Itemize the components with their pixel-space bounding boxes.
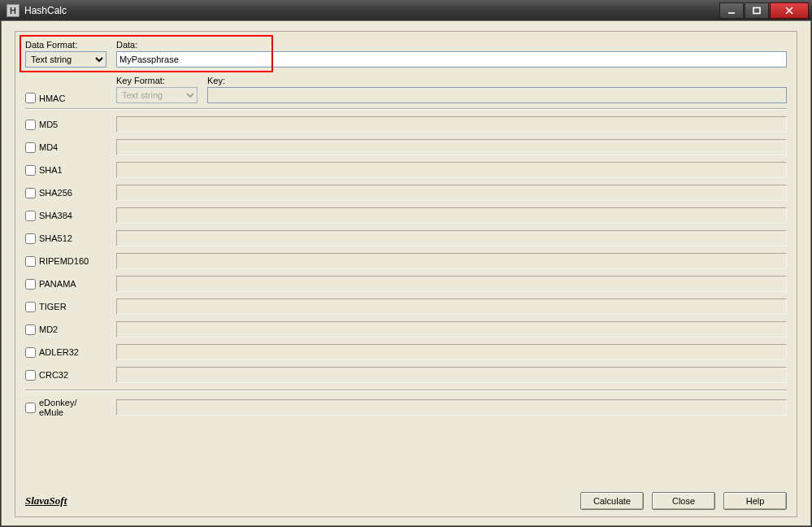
hmac-checkbox[interactable] <box>25 93 36 103</box>
hash-checkbox-md5[interactable] <box>25 120 36 130</box>
hash-label: MD2 <box>39 324 58 334</box>
hash-row: MD5 <box>25 116 787 133</box>
key-format-label: Key Format: <box>116 76 199 85</box>
brand-label[interactable]: SlavaSoft <box>25 494 67 507</box>
hash-output-sha256[interactable] <box>116 185 787 201</box>
hash-row: MD2 <box>25 321 787 338</box>
svg-rect-1 <box>753 7 760 13</box>
help-button[interactable]: Help <box>723 492 787 510</box>
hash-list: MD5MD4SHA1SHA256SHA384SHA512RIPEMD160PAN… <box>25 116 787 383</box>
hash-output-sha1[interactable] <box>116 162 787 178</box>
hash-checkbox-adler32[interactable] <box>25 347 36 358</box>
clos-button[interactable]: Close <box>652 492 715 510</box>
edonkey-label: eDonkey/ eMule <box>39 398 76 417</box>
app-icon: H <box>7 4 20 17</box>
close-icon <box>784 7 794 15</box>
hash-output-md5[interactable] <box>116 116 787 133</box>
key-format-select: Text string <box>116 87 198 103</box>
close-button[interactable] <box>770 2 809 19</box>
hash-output-tiger[interactable] <box>116 298 787 315</box>
minimize-icon <box>727 7 736 15</box>
hash-row: CRC32 <box>25 367 787 383</box>
hash-row: SHA256 <box>25 185 787 201</box>
hash-checkbox-sha384[interactable] <box>25 211 36 221</box>
hash-checkbox-crc32[interactable] <box>25 370 36 381</box>
data-format-label: Data Format: <box>25 40 108 50</box>
hash-row: TIGER <box>25 298 787 315</box>
hash-output-md4[interactable] <box>116 139 787 155</box>
hash-row: SHA512 <box>25 230 787 246</box>
hash-label: SHA512 <box>39 233 72 243</box>
hash-row: PANAMA <box>25 276 787 292</box>
data-input-row: Data Format: Text string Data: <box>25 40 787 68</box>
hash-label: ADLER32 <box>39 347 79 357</box>
hash-row-edonkey: eDonkey/ eMule <box>25 398 787 417</box>
hash-output-adler32[interactable] <box>116 344 787 360</box>
separator <box>25 108 787 110</box>
hash-label: SHA384 <box>39 211 72 220</box>
hash-label: RIPEMD160 <box>39 256 89 266</box>
hash-checkbox-md2[interactable] <box>25 324 36 335</box>
hmac-label: HMAC <box>39 94 65 103</box>
key-label: Key: <box>207 76 787 85</box>
hash-row: RIPEMD160 <box>25 253 787 269</box>
data-format-select[interactable]: Text string <box>25 51 106 68</box>
hash-label: PANAMA <box>39 279 76 289</box>
hash-checkbox-sha1[interactable] <box>25 165 36 176</box>
titlebar[interactable]: H HashCalc <box>0 0 812 20</box>
hash-output-ripemd160[interactable] <box>116 253 787 269</box>
hash-output-sha384[interactable] <box>116 207 787 224</box>
hash-label: CRC32 <box>39 370 68 380</box>
hash-checkbox-panama[interactable] <box>25 279 36 290</box>
hash-label: MD4 <box>39 142 58 152</box>
edonkey-output[interactable] <box>116 399 787 416</box>
hash-output-crc32[interactable] <box>116 367 787 383</box>
data-label: Data: <box>116 40 787 50</box>
window-controls <box>719 2 809 19</box>
maximize-icon <box>752 7 762 15</box>
key-input <box>207 87 787 103</box>
window-frame: H HashCalc Data Format: Text string <box>0 0 812 527</box>
data-input[interactable] <box>116 51 787 68</box>
hash-label: SHA256 <box>39 188 72 198</box>
hash-checkbox-ripemd160[interactable] <box>25 256 36 267</box>
hash-checkbox-tiger[interactable] <box>25 302 36 312</box>
button-bar: Calculate Close Help <box>580 492 787 510</box>
minimize-button[interactable] <box>719 2 744 19</box>
hash-row: SHA1 <box>25 162 787 178</box>
edonkey-checkbox[interactable] <box>25 403 36 413</box>
hash-label: SHA1 <box>39 165 63 175</box>
maximize-button[interactable] <box>745 2 769 19</box>
hash-row: SHA384 <box>25 207 787 224</box>
hash-checkbox-sha256[interactable] <box>25 188 36 198</box>
hash-checkbox-md4[interactable] <box>25 142 36 153</box>
dialog-frame: Data Format: Text string Data: HMAC Ke <box>15 31 797 517</box>
hash-output-panama[interactable] <box>116 276 787 292</box>
hash-label: TIGER <box>39 302 67 311</box>
hmac-row: HMAC Key Format: Text string Key: <box>25 76 787 103</box>
hash-row: ADLER32 <box>25 344 787 360</box>
calculate-button[interactable]: Calculate <box>580 492 644 510</box>
hash-output-sha512[interactable] <box>116 230 787 246</box>
hash-label: MD5 <box>39 120 58 129</box>
separator <box>25 390 787 391</box>
client-area: Data Format: Text string Data: HMAC Ke <box>1 20 811 526</box>
hash-output-md2[interactable] <box>116 321 787 338</box>
window-title: HashCalc <box>24 5 719 16</box>
hash-row: MD4 <box>25 139 787 155</box>
hash-checkbox-sha512[interactable] <box>25 233 36 244</box>
footer-row: SlavaSoft Calculate Close Help <box>25 492 787 510</box>
